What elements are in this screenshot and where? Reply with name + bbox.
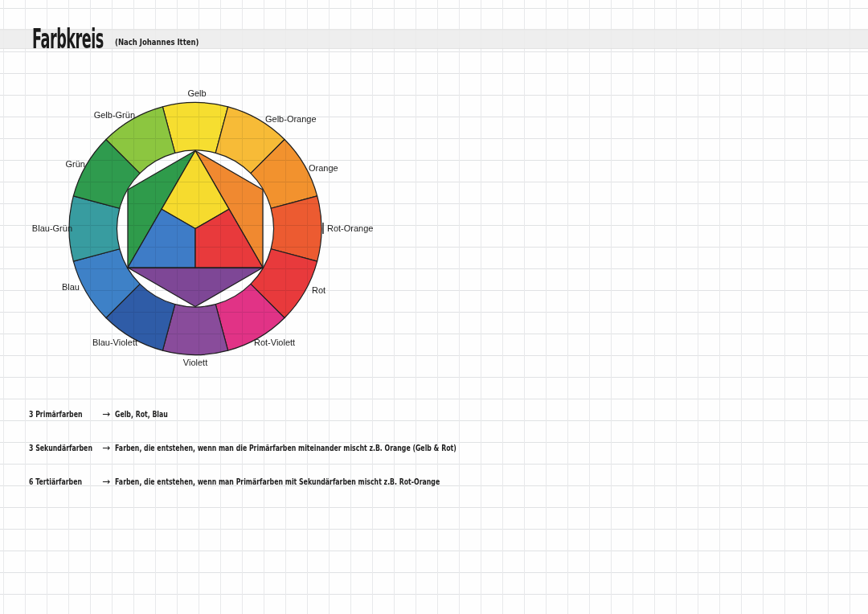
note-page: Farbkreis (Nach Johannes Itten) GelbGelb… — [0, 0, 868, 614]
note-arrow-icon: → — [102, 409, 110, 419]
note-term: 6 Tertiärfarben — [29, 477, 82, 487]
note-definition: Farben, die entstehen, wenn man Primärfa… — [115, 477, 440, 487]
notes-section: 3 Primärfarben→Gelb, Rot, Blau3 Sekundär… — [0, 0, 868, 614]
note-arrow-icon: → — [102, 477, 110, 486]
note-term: 3 Primärfarben — [29, 409, 83, 420]
note-definition: Farben, die entstehen, wenn man die Prim… — [115, 443, 457, 453]
note-term: 3 Sekundärfarben — [29, 443, 92, 453]
note-arrow-icon: → — [102, 443, 110, 452]
note-definition: Gelb, Rot, Blau — [115, 409, 168, 420]
